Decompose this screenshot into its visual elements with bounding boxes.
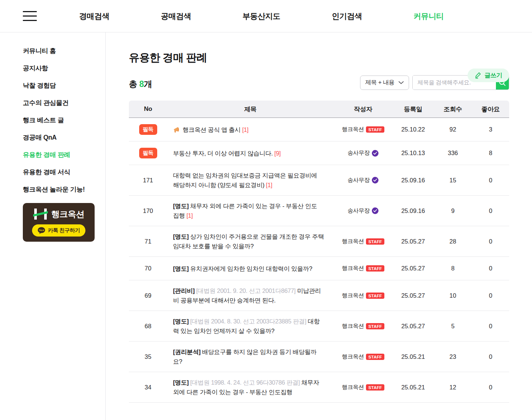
post-date: 25.09.16 xyxy=(392,207,434,214)
view-count: 9 xyxy=(434,207,472,214)
staff-badge: STAFF xyxy=(366,323,384,329)
post-title[interactable]: [관리비] [대법원 2001. 9. 20. 선고 2001다8677] 미납… xyxy=(167,286,334,305)
like-count: 0 xyxy=(472,384,509,391)
post-title[interactable]: [명도] 상가 임차인이 주거용으로 건물을 개조한 경우 주택임대차 보호를 … xyxy=(167,232,334,251)
post-title[interactable]: 대항력 없는 임차권의 임대보증금 지급액은 필요경비에 해당하지 아니함 (양… xyxy=(167,171,334,190)
h-logo-icon xyxy=(33,209,48,220)
post-title[interactable]: [명도] 유치권자에게 임차한 임차인 대항력이 있을까? xyxy=(167,264,334,273)
post-number: 35 xyxy=(129,353,167,360)
kakao-friend-button[interactable]: TALK 카톡 친구하기 xyxy=(32,224,86,237)
table-row[interactable]: 170[명도] 채무자 외에 다른 가족이 있는 경우 - 부동산 인도 집행 … xyxy=(129,196,509,226)
hank-auction-logo: 행크옥션 xyxy=(33,209,84,220)
table-row[interactable]: 70[명도] 유치권자에게 임차한 임차인 대항력이 있을까?행크옥션STAFF… xyxy=(129,257,509,280)
total-count-text: 총 8개 xyxy=(129,78,152,90)
table-row[interactable]: 35[권리분석] 배당요구를 하지 않은 임차권 등기 배당될까요?행크옥션ST… xyxy=(129,342,509,372)
hamburger-menu-icon[interactable] xyxy=(23,11,37,21)
post-author: 행크옥션STAFF xyxy=(334,353,392,361)
search-filter-select[interactable]: 제목 + 내용 xyxy=(360,76,409,90)
nav-item-0[interactable]: 경매검색 xyxy=(79,11,109,21)
required-badge-cell: 필독 xyxy=(129,124,167,135)
post-title-text: 상가 임차인이 주거용으로 건물을 개조한 경우 주택임대차 보호를 받을 수 … xyxy=(173,233,324,249)
staff-badge: STAFF xyxy=(366,238,384,245)
post-date: 25.05.21 xyxy=(392,353,434,360)
like-count: 3 xyxy=(472,126,509,133)
logo-text: 행크옥션 xyxy=(51,209,84,220)
like-count: 0 xyxy=(472,323,509,330)
like-count: 0 xyxy=(472,353,509,360)
author-name: 행크옥션 xyxy=(342,353,364,361)
post-date: 25.05.27 xyxy=(392,323,434,330)
view-count: 23 xyxy=(434,353,472,360)
table-row[interactable]: 69[관리비] [대법원 2001. 9. 20. 선고 2001다8677] … xyxy=(129,280,509,311)
comment-count: [9] xyxy=(274,150,281,157)
sidebar-item-0[interactable]: 커뮤니티 홈 xyxy=(23,47,105,55)
comment-count: [1] xyxy=(186,212,193,219)
post-title-category: [권리분석] xyxy=(173,349,201,355)
post-title-text: 행크옥션 공식 앱 출시 xyxy=(183,126,242,133)
table-row[interactable]: 68[명도] [대법원 2004. 8. 30. 선고 2003다23885 판… xyxy=(129,311,509,342)
post-date: 25.05.21 xyxy=(392,384,434,391)
hank-auction-kakao-banner[interactable]: 행크옥션 TALK 카톡 친구하기 xyxy=(23,203,95,242)
table-row[interactable]: 71[명도] 상가 임차인이 주거용으로 건물을 개조한 경우 주택임대차 보호… xyxy=(129,226,509,257)
post-author: 행크옥션STAFF xyxy=(334,292,392,300)
board-table-body: 필독행크옥션 공식 앱 출시 [1]행크옥션STAFF25.10.22923필독… xyxy=(129,118,509,403)
column-header: 작성자 xyxy=(334,105,392,113)
sidebar-item-3[interactable]: 고수의 관심물건 xyxy=(23,99,105,106)
verified-badge-icon xyxy=(372,177,378,183)
sidebar-item-1[interactable]: 공지사항 xyxy=(23,64,105,72)
sidebar-item-8[interactable]: 행크옥션 놀라운 기능! xyxy=(23,186,105,193)
write-post-button[interactable]: 글쓰기 xyxy=(468,69,509,82)
community-sidebar: 커뮤니티 홈공지사항낙찰 경험담고수의 관심물건행크 베스트 글경공매 QnA유… xyxy=(0,32,106,420)
post-number: 70 xyxy=(129,265,167,272)
post-title-text: 유치권자에게 임차한 임차인 대항력이 있을까? xyxy=(189,265,312,272)
svg-text:TALK: TALK xyxy=(39,229,44,231)
top-navigation-bar: 경매검색공매검색부동산지도인기검색커뮤니티 xyxy=(0,0,532,32)
sidebar-item-4[interactable]: 행크 베스트 글 xyxy=(23,116,105,124)
nav-item-3[interactable]: 인기검색 xyxy=(332,11,362,21)
like-count: 0 xyxy=(472,207,509,214)
post-author: 송사무장 xyxy=(334,176,392,184)
post-title[interactable]: 행크옥션 공식 앱 출시 [1] xyxy=(167,125,334,134)
comment-count: [1] xyxy=(266,182,272,188)
author-name: 행크옥션 xyxy=(342,292,364,300)
author-name: 행크옥션 xyxy=(342,126,364,133)
nav-item-4[interactable]: 커뮤니티 xyxy=(413,11,444,21)
column-header: No xyxy=(129,105,167,113)
nav-item-1[interactable]: 공매검색 xyxy=(161,11,191,21)
post-author: 행크옥션STAFF xyxy=(334,384,392,391)
post-title[interactable]: 부동산 투자, 더 이상 어렵지 않습니다. [9] xyxy=(167,148,334,158)
table-row[interactable]: 34[명도] [대법원 1998. 4. 24. 선고 96다30786 판결]… xyxy=(129,372,509,403)
table-row[interactable]: 필독행크옥션 공식 앱 출시 [1]행크옥션STAFF25.10.22923 xyxy=(129,118,509,141)
sidebar-item-6[interactable]: 유용한 경매 판례 xyxy=(23,151,105,158)
post-title[interactable]: [명도] 채무자 외에 다른 가족이 있는 경우 - 부동산 인도 집행 [1] xyxy=(167,201,334,220)
post-title-text: 대항력 없는 임차권의 임대보증금 지급액은 필요경비에 해당하지 아니함 (양… xyxy=(173,172,317,188)
author-name: 송사무장 xyxy=(348,207,370,215)
post-title-category: [명도] xyxy=(173,233,189,240)
author-name: 행크옥션 xyxy=(342,238,364,245)
post-title-text: 채무자 외에 다른 가족이 있는 경우 - 부동산 인도 집행 xyxy=(173,203,317,219)
table-row[interactable]: 필독부동산 투자, 더 이상 어렵지 않습니다. [9]송사무장25.10.13… xyxy=(129,141,509,165)
sidebar-item-5[interactable]: 경공매 QnA xyxy=(23,134,105,141)
view-count: 8 xyxy=(434,265,472,272)
staff-badge: STAFF xyxy=(366,293,384,299)
post-title[interactable]: [명도] [대법원 1998. 4. 24. 선고 96다30786 판결] 채… xyxy=(167,378,334,397)
chevron-down-icon xyxy=(398,81,404,84)
sidebar-item-7[interactable]: 유용한 경매 서식 xyxy=(23,168,105,176)
post-title[interactable]: [명도] [대법원 2004. 8. 30. 선고 2003다23885 판결]… xyxy=(167,316,334,336)
like-count: 0 xyxy=(472,177,509,184)
post-date: 25.10.22 xyxy=(392,126,434,133)
like-count: 0 xyxy=(472,292,509,299)
required-badge: 필독 xyxy=(139,124,157,135)
view-count: 28 xyxy=(434,238,472,245)
view-count: 5 xyxy=(434,323,472,330)
view-count: 92 xyxy=(434,126,472,133)
kakaotalk-icon: TALK xyxy=(38,227,45,234)
table-row[interactable]: 171대항력 없는 임차권의 임대보증금 지급액은 필요경비에 해당하지 아니함… xyxy=(129,165,509,196)
nav-item-2[interactable]: 부동산지도 xyxy=(243,11,281,21)
post-title-case-reference: [대법원 1998. 4. 24. 선고 96다30786 판결] xyxy=(189,379,300,386)
post-date: 25.09.16 xyxy=(392,177,434,184)
column-header: 제목 xyxy=(167,105,334,113)
sidebar-item-2[interactable]: 낙찰 경험담 xyxy=(23,82,105,89)
post-title[interactable]: [권리분석] 배당요구를 하지 않은 임차권 등기 배당될까요? xyxy=(167,347,334,366)
column-header: 조회수 xyxy=(434,105,472,113)
